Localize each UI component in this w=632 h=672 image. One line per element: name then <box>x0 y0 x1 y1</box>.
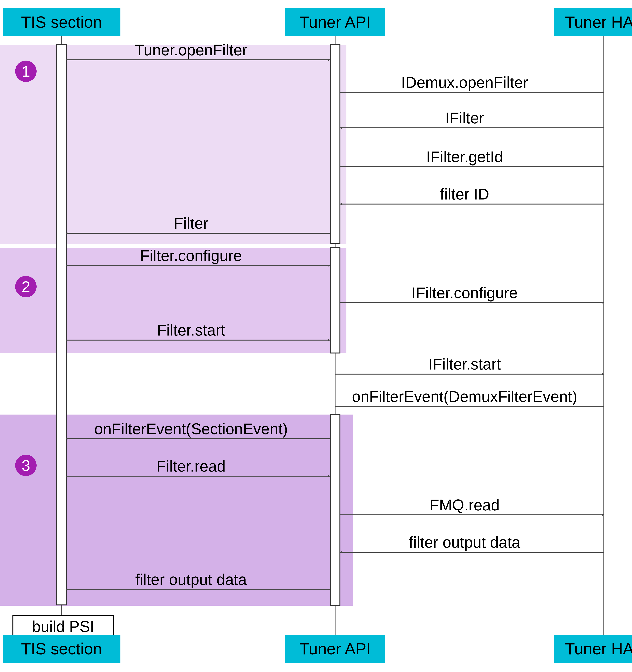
message-label: Filter.start <box>157 321 225 339</box>
message-label: IFilter.configure <box>412 284 518 302</box>
phase-band <box>0 45 346 244</box>
activation-bar <box>330 45 340 244</box>
note-label: build PSI <box>32 618 94 635</box>
participant-label: Tuner API <box>299 13 371 31</box>
participant-label: TIS section <box>21 13 102 31</box>
message-label: Filter <box>174 215 208 232</box>
message-label: FMQ.read <box>430 496 500 514</box>
message-label: filter output data <box>409 533 520 551</box>
message-label: IDemux.openFilter <box>401 74 528 91</box>
message-label: Filter.configure <box>140 247 242 264</box>
participant-label: Tuner HAL <box>565 13 632 31</box>
message-label: filter ID <box>440 185 489 203</box>
message-label: Filter.read <box>156 457 226 475</box>
message-label: onFilterEvent(DemuxFilterEvent) <box>352 388 577 405</box>
phase-number: 1 <box>22 63 30 80</box>
participant-label: TIS section <box>21 640 102 658</box>
message-label: onFilterEvent(SectionEvent) <box>94 420 288 437</box>
participant-label: Tuner API <box>299 640 371 658</box>
activation-bar <box>330 414 340 606</box>
message-label: IFilter.start <box>428 355 501 373</box>
activation-bar <box>57 45 66 605</box>
message-label: IFilter.getId <box>426 148 503 166</box>
phase-number: 2 <box>22 278 30 295</box>
participant-label: Tuner HAL <box>565 640 632 658</box>
message-label: IFilter <box>445 109 484 127</box>
message-label: Tuner.openFilter <box>135 41 247 58</box>
activation-bar <box>330 248 340 353</box>
message-label: filter output data <box>135 571 247 588</box>
phase-number: 3 <box>22 457 30 474</box>
